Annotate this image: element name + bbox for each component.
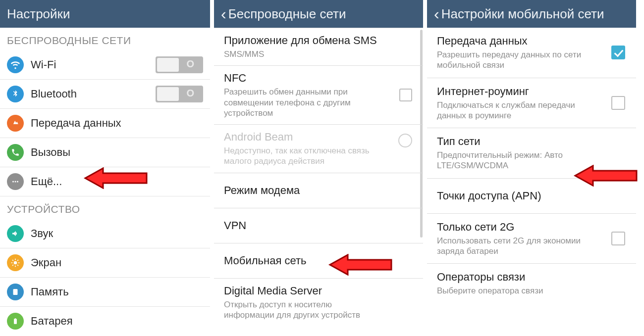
- panel-wireless-body: Приложение для обмена SMS SMS/MMS NFC Ра…: [214, 28, 423, 336]
- header-title: Настройки: [7, 6, 70, 22]
- row-operators[interactable]: Операторы связи Выберите оператора связи: [427, 264, 636, 303]
- bluetooth-label: Bluetooth: [31, 88, 156, 100]
- svg-point-0: [12, 181, 14, 183]
- only2g-title: Только сети 2G: [437, 221, 626, 234]
- battery-label: Батарея: [31, 315, 203, 328]
- panel-wireless: ‹ Беспроводные сети Приложение для обмен…: [214, 0, 427, 336]
- section-device: УСТРОЙСТВО: [0, 196, 210, 219]
- header-wireless-title: Беспроводные сети: [228, 6, 346, 22]
- wifi-toggle[interactable]: O: [156, 56, 203, 73]
- row-vpn[interactable]: VPN: [214, 208, 423, 243]
- row-tethering[interactable]: Режим модема: [214, 173, 423, 208]
- memory-icon: [7, 284, 24, 300]
- memory-label: Память: [31, 286, 203, 298]
- header-mobile-title: Настройки мобильной сети: [441, 6, 604, 22]
- only2g-desc: Использовать сети 2G для экономии заряда…: [437, 236, 592, 257]
- row-display[interactable]: Экран: [0, 248, 210, 278]
- sms-desc: SMS/MMS: [224, 49, 376, 59]
- row-nfc[interactable]: NFC Разрешить обмен данными при совмещен…: [214, 65, 423, 124]
- svg-point-3: [14, 261, 17, 265]
- row-calls[interactable]: Вызовы: [0, 138, 210, 167]
- tether-title: Режим модема: [224, 184, 413, 197]
- dms-title: Digital Media Server: [224, 285, 413, 297]
- svg-point-1: [15, 181, 16, 183]
- roaming-title: Интернет-роуминг: [437, 85, 626, 98]
- back-icon[interactable]: ‹: [434, 6, 439, 22]
- panel-mobile-settings: ‹ Настройки мобильной сети Передача данн…: [427, 0, 640, 336]
- row-battery[interactable]: Батарея: [0, 307, 210, 336]
- display-label: Экран: [31, 256, 203, 269]
- roaming-desc: Подключаться к службам передачи данных в…: [437, 100, 592, 121]
- data-usage-label: Передача данных: [31, 117, 203, 130]
- calls-label: Вызовы: [31, 146, 203, 159]
- row-data-usage[interactable]: Передача данных: [0, 109, 210, 138]
- row-sms-app[interactable]: Приложение для обмена SMS SMS/MMS: [214, 28, 423, 65]
- row-dms[interactable]: Digital Media Server Открыть доступ к но…: [214, 278, 423, 327]
- svg-rect-4: [13, 289, 18, 295]
- sound-label: Звук: [31, 227, 203, 240]
- calls-icon: [7, 144, 24, 161]
- more-icon: [7, 173, 24, 190]
- vpn-title: VPN: [224, 219, 413, 232]
- row-android-beam: Android Beam Недоступно, так как отключе…: [214, 124, 423, 173]
- mobile-title: Мобильная сеть: [224, 254, 413, 267]
- wifi-label: Wi-Fi: [31, 58, 156, 71]
- data-enabled-checkbox[interactable]: [611, 46, 625, 59]
- battery-icon: [7, 313, 24, 330]
- bluetooth-icon: [7, 86, 24, 102]
- beam-title: Android Beam: [224, 131, 413, 144]
- beam-toggle: [398, 134, 412, 147]
- dms-desc: Открыть доступ к носителю информации для…: [224, 299, 376, 321]
- data-usage-icon: [7, 115, 24, 132]
- back-icon[interactable]: ‹: [221, 6, 226, 22]
- sound-icon: [7, 225, 24, 242]
- beam-desc: Недоступно, так как отключена связь мало…: [224, 145, 376, 167]
- panel-settings: Настройки БЕСПРОВОДНЫЕ СЕТИ Wi-Fi O Blue…: [0, 0, 214, 336]
- row-memory[interactable]: Память: [0, 278, 210, 307]
- row-only-2g[interactable]: Только сети 2G Использовать сети 2G для …: [427, 214, 636, 264]
- nfc-checkbox[interactable]: [399, 89, 412, 101]
- display-icon: [7, 254, 24, 271]
- panel-settings-body: БЕСПРОВОДНЫЕ СЕТИ Wi-Fi O Bluetooth O Пе…: [0, 28, 210, 336]
- row-network-type[interactable]: Тип сети Предпочтительный режим: Авто LT…: [427, 128, 636, 179]
- sms-title: Приложение для обмена SMS: [224, 34, 413, 47]
- section-wireless: БЕСПРОВОДНЫЕ СЕТИ: [0, 28, 210, 50]
- panel-mobile-body: Передача данных Разрешить передачу данны…: [427, 28, 636, 336]
- wifi-icon: [7, 56, 24, 73]
- nfc-desc: Разрешить обмен данными при совмещении т…: [224, 87, 376, 118]
- data-enabled-desc: Разрешить передачу данных по сети мобиль…: [437, 49, 592, 71]
- header-settings: Настройки: [0, 0, 210, 28]
- apn-title: Точки доступа (APN): [437, 190, 626, 202]
- network-type-title: Тип сети: [437, 135, 626, 148]
- only2g-checkbox[interactable]: [611, 232, 625, 245]
- operators-desc: Выберите оператора связи: [437, 286, 592, 296]
- row-sound[interactable]: Звук: [0, 219, 210, 248]
- header-wireless[interactable]: ‹ Беспроводные сети: [214, 0, 423, 28]
- network-type-desc: Предпочтительный режим: Авто LTE/GSM/WCD…: [437, 150, 592, 171]
- svg-point-2: [17, 181, 18, 183]
- row-apn[interactable]: Точки доступа (APN): [427, 179, 636, 214]
- roaming-checkbox[interactable]: [611, 96, 625, 110]
- row-bluetooth[interactable]: Bluetooth O: [0, 80, 210, 109]
- row-more[interactable]: Ещё...: [0, 167, 210, 196]
- data-enabled-title: Передача данных: [437, 35, 626, 48]
- row-wifi[interactable]: Wi-Fi O: [0, 50, 210, 80]
- bluetooth-toggle[interactable]: O: [156, 86, 203, 102]
- operators-title: Операторы связи: [437, 271, 626, 284]
- more-label: Ещё...: [31, 175, 203, 188]
- row-mobile-network[interactable]: Мобильная сеть: [214, 243, 423, 278]
- nfc-title: NFC: [224, 72, 413, 85]
- row-data-enabled[interactable]: Передача данных Разрешить передачу данны…: [427, 28, 636, 78]
- row-roaming[interactable]: Интернет-роуминг Подключаться к службам …: [427, 78, 636, 129]
- header-mobile[interactable]: ‹ Настройки мобильной сети: [427, 0, 636, 28]
